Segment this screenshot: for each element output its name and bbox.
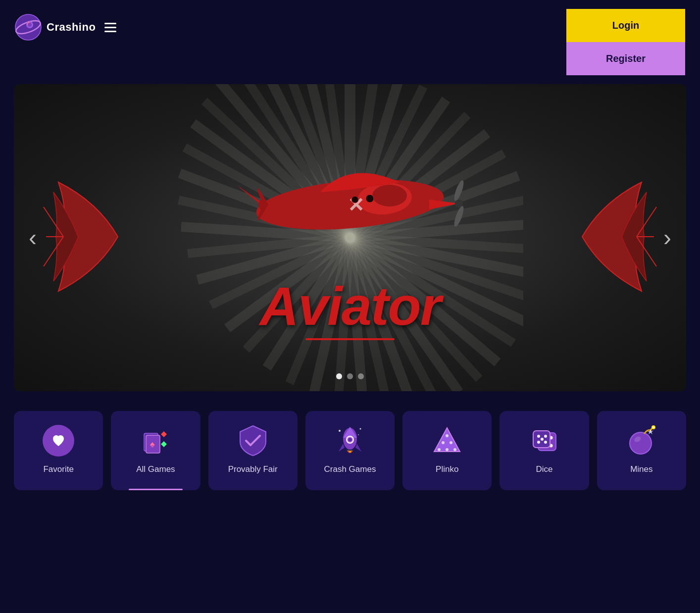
- provably-fair-label: Provably Fair: [228, 464, 278, 474]
- banner-carousel: ✕ Aviator ‹ ›: [14, 84, 686, 391]
- svg-point-70: [442, 441, 445, 444]
- svg-point-53: [452, 179, 465, 202]
- all-games-label: All Games: [136, 464, 175, 474]
- carousel-dot-1[interactable]: [336, 373, 342, 379]
- category-plinko[interactable]: Plinko: [402, 411, 492, 490]
- header: Crashino Login Register: [0, 0, 700, 84]
- svg-point-86: [544, 441, 547, 444]
- svg-marker-61: [161, 431, 167, 437]
- auth-buttons: Login Register: [566, 9, 685, 75]
- logo-icon: [15, 14, 42, 41]
- svg-point-83: [544, 435, 547, 438]
- svg-point-89: [652, 426, 654, 428]
- svg-point-66: [339, 430, 341, 432]
- svg-point-71: [450, 441, 452, 444]
- provably-fair-icon: [237, 425, 269, 457]
- crash-games-icon: [334, 425, 366, 457]
- svg-point-68: [358, 434, 359, 435]
- all-games-icon: ♠: [140, 425, 171, 457]
- svg-point-84: [541, 438, 544, 441]
- carousel-dot-3[interactable]: [358, 373, 364, 379]
- category-provably-fair[interactable]: Provably Fair: [208, 411, 298, 490]
- svg-point-87: [630, 432, 651, 454]
- svg-point-54: [452, 205, 465, 227]
- hamburger-menu[interactable]: [104, 23, 116, 32]
- plinko-label: Plinko: [436, 464, 458, 474]
- dice-label: Dice: [536, 464, 553, 474]
- carousel-dot-2[interactable]: [347, 373, 353, 379]
- logo-text: Crashino: [47, 21, 96, 34]
- favorite-icon: [43, 425, 74, 457]
- carousel-next-button[interactable]: ›: [658, 221, 676, 255]
- category-mines[interactable]: Mines: [597, 411, 686, 490]
- dice-icon: [529, 425, 560, 457]
- plinko-icon: [431, 425, 463, 457]
- carousel-prev-button[interactable]: ‹: [24, 221, 42, 255]
- svg-point-52: [455, 200, 463, 207]
- mines-icon: [626, 425, 657, 457]
- svg-point-74: [453, 448, 456, 451]
- svg-point-56: [366, 195, 374, 203]
- register-button[interactable]: Register: [566, 42, 685, 75]
- svg-point-51: [372, 185, 407, 206]
- logo-area: Crashino: [15, 14, 116, 41]
- svg-point-73: [446, 448, 449, 451]
- category-all-games[interactable]: ♠ All Games: [111, 411, 200, 490]
- carousel-dots: [336, 373, 364, 379]
- aviator-title: Aviator: [260, 279, 441, 333]
- svg-point-69: [446, 434, 449, 437]
- svg-point-65: [348, 438, 352, 442]
- aviator-underline: [305, 338, 395, 340]
- categories-section: Favorite ♠ All Games: [14, 411, 686, 490]
- aviator-plane: ✕: [221, 135, 479, 274]
- svg-point-57: [351, 196, 358, 203]
- category-dice[interactable]: Dice: [500, 411, 589, 490]
- category-favorite[interactable]: Favorite: [14, 411, 103, 490]
- svg-marker-62: [161, 441, 167, 447]
- all-games-underline: [129, 489, 182, 490]
- right-wing-graphic: [572, 172, 671, 303]
- svg-point-67: [359, 428, 361, 430]
- login-button[interactable]: Login: [566, 9, 685, 42]
- crash-games-label: Crash Games: [324, 464, 376, 474]
- svg-point-4: [28, 23, 32, 27]
- banner-background: ✕ Aviator ‹ ›: [14, 84, 686, 391]
- svg-point-72: [438, 448, 441, 451]
- left-wing-graphic: [29, 172, 128, 303]
- svg-text:♠: ♠: [150, 439, 155, 449]
- banner-main-content: ✕ Aviator: [221, 135, 479, 340]
- mines-label: Mines: [630, 464, 652, 474]
- category-crash-games[interactable]: Crash Games: [305, 411, 395, 490]
- svg-point-82: [537, 435, 540, 438]
- favorite-label: Favorite: [43, 464, 73, 474]
- svg-point-85: [537, 441, 540, 444]
